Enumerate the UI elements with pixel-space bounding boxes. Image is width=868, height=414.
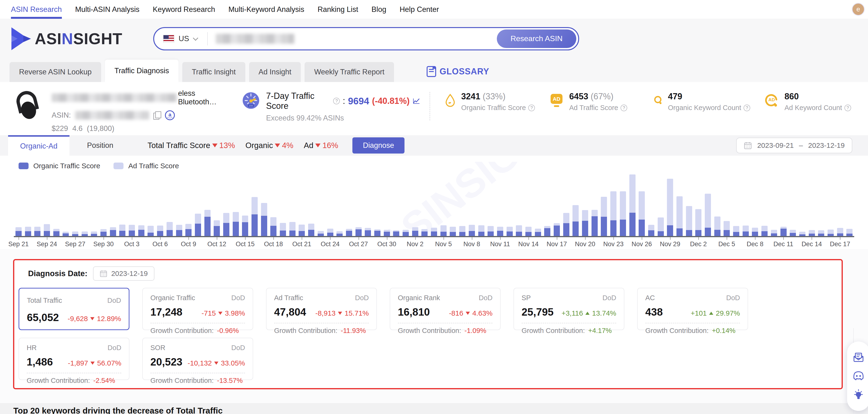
chart-bar[interactable] (175, 171, 184, 236)
chart-bar[interactable] (807, 171, 816, 236)
glossary-link[interactable]: GLOSSARY (426, 66, 490, 77)
chart-bar[interactable] (193, 171, 203, 236)
chart-bar[interactable] (33, 171, 42, 236)
chart-bar[interactable] (354, 171, 363, 236)
chart-bar[interactable] (713, 171, 722, 236)
diagnosis-card-organic-traffic[interactable]: Organic TrafficDoD17,248-715 3.98%Growth… (142, 288, 253, 330)
asin-search-bar[interactable]: US Research ASIN (153, 27, 579, 50)
asinsight-logo[interactable]: ASINSIGHT (9, 26, 122, 51)
tab-ad-insight[interactable]: Ad Insight (249, 62, 301, 82)
chart-bar[interactable] (571, 171, 581, 236)
chart-bar[interactable] (798, 171, 807, 236)
chart-bar[interactable] (524, 171, 533, 236)
chart-bar[interactable] (514, 171, 524, 236)
chart-bar[interactable] (297, 171, 307, 236)
chart-bar[interactable] (108, 171, 118, 236)
chart-bar[interactable] (42, 171, 52, 236)
chart-bar[interactable] (420, 171, 430, 236)
chart-bar[interactable] (127, 171, 136, 236)
chart-bar[interactable] (835, 171, 845, 236)
chevron-down-icon[interactable] (193, 35, 198, 41)
chart-bar[interactable] (429, 171, 439, 236)
chart-bar[interactable] (344, 171, 354, 236)
diagnosis-card-sor[interactable]: SORDoD20,523-10,132 33.05%Growth Contrib… (142, 338, 253, 380)
chart-bar[interactable] (61, 171, 70, 236)
tab-traffic-diagnosis[interactable]: Traffic Diagnosis (105, 60, 179, 82)
nav-multi-asin-analysis[interactable]: Multi-ASIN Analysis (75, 0, 140, 19)
chart-bar[interactable] (609, 171, 618, 236)
chart-bar[interactable] (495, 171, 505, 236)
chart-bar[interactable] (307, 171, 316, 236)
chart-bar[interactable] (335, 171, 344, 236)
chart-bar[interactable] (533, 171, 543, 236)
chart-bar[interactable] (363, 171, 373, 236)
copy-icon[interactable] (153, 111, 160, 119)
diagnosis-card-total-traffic[interactable]: Total TrafficDoD65,052-9,628 12.89% (19, 288, 129, 330)
chart-bar[interactable] (769, 171, 779, 236)
chart-bar[interactable] (259, 171, 269, 236)
chart-bar[interactable] (278, 171, 288, 236)
nav-multi-keyword-analysis[interactable]: Multi-Keyword Analysis (228, 0, 304, 19)
chart-bar[interactable] (241, 171, 250, 236)
chart-bar[interactable] (467, 171, 476, 236)
chart-bar[interactable] (458, 171, 467, 236)
chart-bar[interactable] (439, 171, 448, 236)
chart-bar[interactable] (212, 171, 221, 236)
help-icon[interactable]: ? (844, 105, 851, 111)
nav-ranking-list[interactable]: Ranking List (318, 0, 358, 19)
chart-bar[interactable] (269, 171, 278, 236)
chart-bar[interactable] (231, 171, 241, 236)
diagnosis-card-hr[interactable]: HRDoD1,486-1,897 56.07%Growth Contributi… (19, 338, 129, 380)
discord-icon[interactable] (852, 371, 865, 381)
chart-bar[interactable] (392, 171, 401, 236)
chart-bar[interactable] (694, 171, 703, 236)
tab-weekly-traffic-report[interactable]: Weekly Traffic Report (305, 62, 394, 82)
chart-bar[interactable] (14, 171, 23, 236)
chart-bar[interactable] (647, 171, 656, 236)
chart-bar[interactable] (99, 171, 108, 236)
chart-bar[interactable] (90, 171, 99, 236)
chart-bar[interactable] (410, 171, 420, 236)
date-range-picker[interactable]: 2023-09-21 – 2023-12-19 (736, 138, 852, 153)
chart-bar[interactable] (561, 171, 571, 236)
diagnose-button[interactable]: Diagnose (352, 137, 404, 153)
chart-bar[interactable] (250, 171, 259, 236)
help-icon[interactable]: ? (333, 98, 340, 104)
chart-bar[interactable] (23, 171, 33, 236)
chart-bar[interactable] (221, 171, 231, 236)
chart-bar[interactable] (543, 171, 552, 236)
diagnosis-card-ad-traffic[interactable]: Ad TrafficDoD47,804-8,913 15.71%Growth C… (266, 288, 377, 330)
chart-bar[interactable] (155, 171, 165, 236)
chart-bar[interactable] (288, 171, 297, 236)
lightbulb-icon[interactable] (853, 389, 864, 401)
chart-bar[interactable] (722, 171, 732, 236)
trend-chart-icon[interactable] (412, 97, 420, 105)
chart-bar[interactable] (80, 171, 90, 236)
chart-tab-organic-ad[interactable]: Organic-Ad (8, 135, 69, 156)
chart-bar[interactable] (628, 171, 637, 236)
nav-help-center[interactable]: Help Center (400, 0, 439, 19)
diagnosis-card-ac[interactable]: ACDoD438+101 29.97%Growth Contribution:+… (637, 288, 748, 330)
chart-bar[interactable] (684, 171, 694, 236)
chart-bar[interactable] (448, 171, 458, 236)
chart-bar[interactable] (760, 171, 769, 236)
chart-bar[interactable] (637, 171, 647, 236)
chart-bar[interactable] (788, 171, 798, 236)
chart-bar[interactable] (816, 171, 826, 236)
nav-blog[interactable]: Blog (371, 0, 386, 19)
chart-bar[interactable] (779, 171, 788, 236)
chart-bar[interactable] (146, 171, 156, 236)
help-icon[interactable]: ? (621, 105, 627, 111)
tab-traffic-insight[interactable]: Traffic Insight (182, 62, 245, 82)
marketplace-select[interactable]: US (179, 34, 189, 43)
legend-swatch-organic[interactable] (19, 163, 29, 169)
chart-bar[interactable] (486, 171, 495, 236)
mail-icon[interactable] (852, 352, 864, 363)
amazon-link-icon[interactable]: a (165, 110, 175, 120)
diagnosis-card-organic-rank[interactable]: Organic RankDoD16,810-816 4.63%Growth Co… (390, 288, 501, 330)
chart-bar[interactable] (590, 171, 599, 236)
chart-bar[interactable] (70, 171, 80, 236)
chart-bar[interactable] (656, 171, 665, 236)
user-avatar[interactable]: e (852, 3, 865, 16)
chart-bar[interactable] (52, 171, 61, 236)
